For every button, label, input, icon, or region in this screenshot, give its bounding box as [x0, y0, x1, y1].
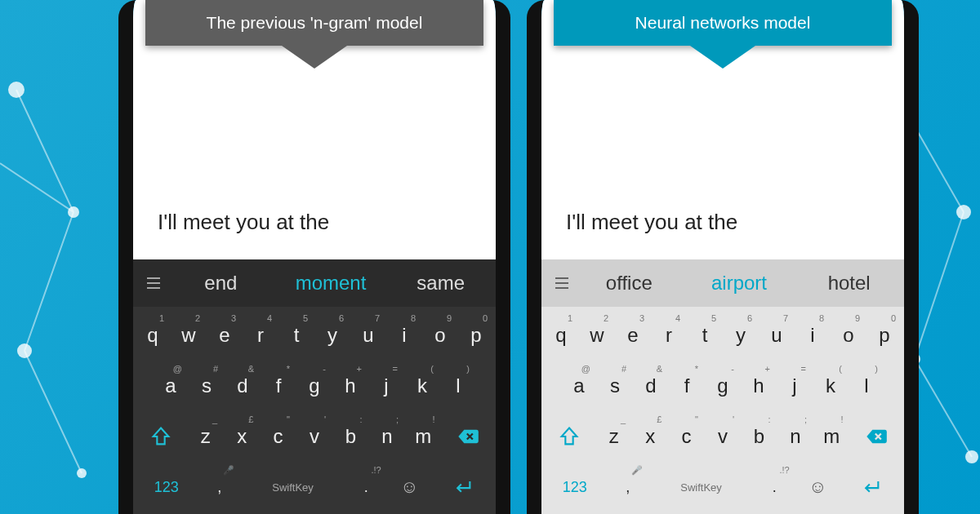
key-y[interactable]: 6y: [724, 312, 757, 359]
key-k[interactable]: (k: [814, 362, 847, 410]
key-w[interactable]: 2w: [172, 312, 205, 359]
mic-icon: 🎤: [631, 465, 643, 476]
key-j[interactable]: =j: [778, 362, 811, 410]
key-l[interactable]: )l: [442, 362, 474, 410]
key-l[interactable]: )l: [850, 362, 883, 410]
enter-key[interactable]: [433, 463, 492, 511]
key-j[interactable]: =j: [370, 362, 403, 410]
key-z[interactable]: _z: [189, 413, 222, 460]
backspace-key[interactable]: [443, 413, 492, 460]
key-o[interactable]: 9o: [832, 312, 865, 359]
key-u[interactable]: 7u: [760, 312, 793, 359]
key-x[interactable]: £x: [225, 413, 258, 460]
key-t[interactable]: 5t: [280, 312, 313, 359]
hamburger-icon[interactable]: [541, 277, 574, 289]
key-d[interactable]: &d: [226, 362, 259, 410]
key-b[interactable]: :b: [334, 413, 367, 460]
suggestion-1[interactable]: office: [574, 272, 684, 295]
phone-ngram: The previous 'n-gram' model I'll meet yo…: [118, 0, 510, 514]
suggestion-2[interactable]: airport: [684, 272, 795, 295]
suggestion-3[interactable]: same: [385, 272, 496, 295]
numeric-key[interactable]: 123: [136, 463, 196, 511]
banner-neural: Neural networks model: [554, 0, 892, 46]
key-r[interactable]: 4r: [653, 312, 685, 359]
key-p[interactable]: 0p: [460, 312, 492, 359]
keyboard-light: 1q 2w 3e 4r 5t 6y 7u 8i 9o 0p @a #s: [541, 307, 904, 514]
suggestion-2[interactable]: moment: [276, 272, 386, 295]
key-q[interactable]: 1q: [136, 312, 169, 359]
backspace-key[interactable]: [851, 413, 901, 460]
comma-key[interactable]: 🎤,: [199, 463, 239, 511]
key-m[interactable]: !m: [815, 413, 848, 460]
comma-key[interactable]: 🎤,: [608, 463, 648, 511]
key-s[interactable]: #s: [190, 362, 223, 410]
banner-label: The previous 'n-gram' model: [207, 13, 423, 33]
keyboard-dark: 1q 2w 3e 4r 5t 6y 7u 8i 9o 0p @a #s: [133, 307, 496, 514]
key-t[interactable]: 5t: [688, 312, 721, 359]
key-d[interactable]: &d: [635, 362, 667, 410]
emoji-key[interactable]: ☺: [390, 463, 430, 511]
banner-pointer: [282, 46, 347, 69]
brand-label: SwiftKey: [272, 481, 314, 494]
suggestion-bar: end moment same: [133, 259, 496, 307]
hamburger-icon[interactable]: [133, 277, 166, 289]
key-f[interactable]: *f: [670, 362, 703, 410]
key-y[interactable]: 6y: [316, 312, 349, 359]
text-input-area[interactable]: I'll meet you at the: [541, 57, 904, 259]
brand-label: SwiftKey: [680, 481, 722, 494]
banner-label: Neural networks model: [635, 13, 811, 33]
key-g[interactable]: -g: [298, 362, 331, 410]
key-n[interactable]: ;n: [371, 413, 403, 460]
period-key[interactable]: .!?.: [346, 463, 386, 511]
space-key[interactable]: SwiftKey: [243, 463, 342, 511]
key-s[interactable]: #s: [599, 362, 631, 410]
numeric-key[interactable]: 123: [545, 463, 604, 511]
suggestion-bar: office airport hotel: [541, 259, 904, 307]
key-c[interactable]: "c: [670, 413, 702, 460]
key-g[interactable]: -g: [706, 362, 739, 410]
key-h[interactable]: +h: [334, 362, 367, 410]
key-w[interactable]: 2w: [581, 312, 613, 359]
key-i[interactable]: 8i: [796, 312, 829, 359]
banner-pointer: [690, 46, 755, 69]
shift-key[interactable]: [545, 413, 595, 460]
shift-key[interactable]: [136, 413, 186, 460]
key-h[interactable]: +h: [742, 362, 775, 410]
mic-icon: 🎤: [223, 465, 234, 476]
key-m[interactable]: !m: [407, 413, 439, 460]
key-c[interactable]: "c: [261, 413, 294, 460]
suggestion-3[interactable]: hotel: [794, 272, 904, 295]
key-u[interactable]: 7u: [352, 312, 385, 359]
key-x[interactable]: £x: [634, 413, 666, 460]
enter-key[interactable]: [841, 463, 901, 511]
key-p[interactable]: 0p: [868, 312, 901, 359]
key-a[interactable]: @a: [563, 362, 595, 410]
phone-neural: Neural networks model I'll meet you at t…: [527, 0, 919, 514]
key-v[interactable]: 'v: [706, 413, 739, 460]
key-e[interactable]: 3e: [208, 312, 241, 359]
suggestion-1[interactable]: end: [166, 272, 276, 295]
key-b[interactable]: :b: [742, 413, 775, 460]
typed-text: I'll meet you at the: [566, 210, 737, 235]
key-v[interactable]: 'v: [298, 413, 331, 460]
banner-ngram: The previous 'n-gram' model: [145, 0, 483, 46]
emoji-key[interactable]: ☺: [798, 463, 838, 511]
typed-text: I'll meet you at the: [158, 210, 329, 235]
key-o[interactable]: 9o: [424, 312, 457, 359]
key-r[interactable]: 4r: [244, 312, 277, 359]
space-key[interactable]: SwiftKey: [651, 463, 751, 511]
key-a[interactable]: @a: [154, 362, 187, 410]
key-i[interactable]: 8i: [388, 312, 421, 359]
key-q[interactable]: 1q: [545, 312, 577, 359]
period-key[interactable]: .!?.: [755, 463, 795, 511]
text-input-area[interactable]: I'll meet you at the: [133, 57, 496, 259]
key-k[interactable]: (k: [406, 362, 439, 410]
key-f[interactable]: *f: [262, 362, 295, 410]
key-z[interactable]: _z: [598, 413, 630, 460]
key-n[interactable]: ;n: [779, 413, 812, 460]
key-e[interactable]: 3e: [617, 312, 649, 359]
